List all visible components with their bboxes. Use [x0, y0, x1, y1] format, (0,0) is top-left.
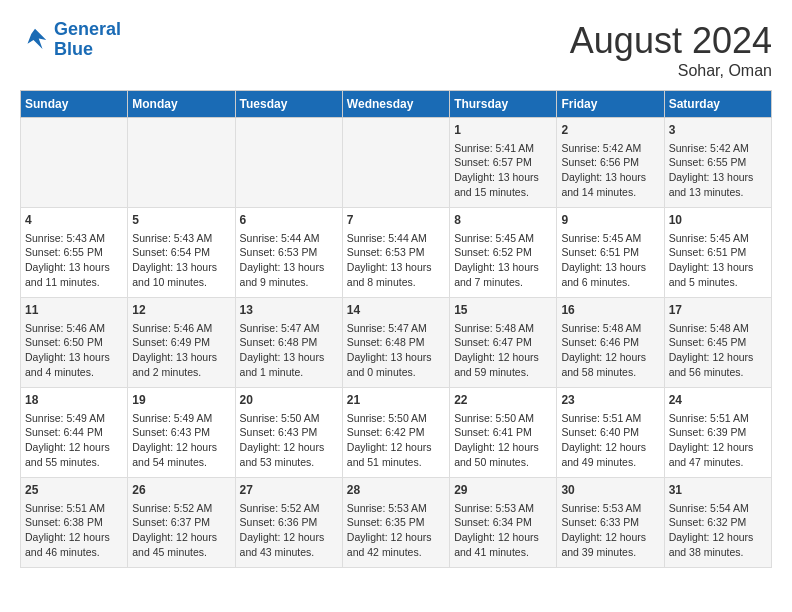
day-info: and 53 minutes.: [240, 455, 338, 470]
calendar-cell: 1Sunrise: 5:41 AMSunset: 6:57 PMDaylight…: [450, 118, 557, 208]
day-info: Sunset: 6:35 PM: [347, 515, 445, 530]
day-info: Sunset: 6:47 PM: [454, 335, 552, 350]
day-info: and 14 minutes.: [561, 185, 659, 200]
day-number: 8: [454, 212, 552, 229]
calendar-cell: 17Sunrise: 5:48 AMSunset: 6:45 PMDayligh…: [664, 298, 771, 388]
day-info: Sunset: 6:51 PM: [669, 245, 767, 260]
day-info: Daylight: 12 hours: [669, 440, 767, 455]
day-info: and 8 minutes.: [347, 275, 445, 290]
day-info: and 56 minutes.: [669, 365, 767, 380]
day-info: Daylight: 13 hours: [669, 260, 767, 275]
calendar-cell: 9Sunrise: 5:45 AMSunset: 6:51 PMDaylight…: [557, 208, 664, 298]
day-info: Sunrise: 5:50 AM: [240, 411, 338, 426]
day-info: Sunrise: 5:46 AM: [132, 321, 230, 336]
column-header-thursday: Thursday: [450, 91, 557, 118]
day-info: and 47 minutes.: [669, 455, 767, 470]
svg-marker-0: [28, 29, 47, 49]
column-header-friday: Friday: [557, 91, 664, 118]
day-info: Sunrise: 5:41 AM: [454, 141, 552, 156]
day-info: Daylight: 12 hours: [240, 530, 338, 545]
day-number: 4: [25, 212, 123, 229]
calendar-week-1: 1Sunrise: 5:41 AMSunset: 6:57 PMDaylight…: [21, 118, 772, 208]
day-number: 16: [561, 302, 659, 319]
day-info: Daylight: 12 hours: [454, 530, 552, 545]
day-info: Sunrise: 5:53 AM: [454, 501, 552, 516]
day-number: 24: [669, 392, 767, 409]
calendar-cell: [342, 118, 449, 208]
day-info: and 54 minutes.: [132, 455, 230, 470]
day-info: and 38 minutes.: [669, 545, 767, 560]
day-number: 13: [240, 302, 338, 319]
column-header-wednesday: Wednesday: [342, 91, 449, 118]
day-info: and 5 minutes.: [669, 275, 767, 290]
calendar-cell: 7Sunrise: 5:44 AMSunset: 6:53 PMDaylight…: [342, 208, 449, 298]
day-info: Sunset: 6:45 PM: [669, 335, 767, 350]
page-header: General Blue August 2024 Sohar, Oman: [20, 20, 772, 80]
day-info: Sunrise: 5:42 AM: [669, 141, 767, 156]
calendar-cell: 25Sunrise: 5:51 AMSunset: 6:38 PMDayligh…: [21, 478, 128, 568]
calendar-cell: 12Sunrise: 5:46 AMSunset: 6:49 PMDayligh…: [128, 298, 235, 388]
day-info: Daylight: 13 hours: [454, 170, 552, 185]
day-info: Daylight: 12 hours: [454, 440, 552, 455]
calendar-cell: 4Sunrise: 5:43 AMSunset: 6:55 PMDaylight…: [21, 208, 128, 298]
column-header-sunday: Sunday: [21, 91, 128, 118]
day-info: Daylight: 13 hours: [454, 260, 552, 275]
day-info: and 1 minute.: [240, 365, 338, 380]
logo: General Blue: [20, 20, 121, 60]
day-number: 6: [240, 212, 338, 229]
day-info: and 6 minutes.: [561, 275, 659, 290]
day-info: and 49 minutes.: [561, 455, 659, 470]
day-info: Sunset: 6:43 PM: [240, 425, 338, 440]
day-info: Sunset: 6:40 PM: [561, 425, 659, 440]
day-info: Sunrise: 5:46 AM: [25, 321, 123, 336]
day-info: Sunset: 6:49 PM: [132, 335, 230, 350]
day-info: Sunrise: 5:53 AM: [561, 501, 659, 516]
day-info: Sunset: 6:43 PM: [132, 425, 230, 440]
header-row: SundayMondayTuesdayWednesdayThursdayFrid…: [21, 91, 772, 118]
day-info: Sunrise: 5:50 AM: [454, 411, 552, 426]
day-number: 28: [347, 482, 445, 499]
day-number: 22: [454, 392, 552, 409]
calendar-cell: 13Sunrise: 5:47 AMSunset: 6:48 PMDayligh…: [235, 298, 342, 388]
day-info: Sunrise: 5:48 AM: [561, 321, 659, 336]
day-info: Daylight: 13 hours: [240, 350, 338, 365]
day-number: 11: [25, 302, 123, 319]
calendar-cell: 14Sunrise: 5:47 AMSunset: 6:48 PMDayligh…: [342, 298, 449, 388]
day-info: Sunrise: 5:45 AM: [669, 231, 767, 246]
day-info: Daylight: 13 hours: [25, 350, 123, 365]
day-info: Sunset: 6:41 PM: [454, 425, 552, 440]
calendar-cell: [128, 118, 235, 208]
day-info: Daylight: 13 hours: [132, 350, 230, 365]
day-info: Sunrise: 5:45 AM: [561, 231, 659, 246]
calendar-cell: 31Sunrise: 5:54 AMSunset: 6:32 PMDayligh…: [664, 478, 771, 568]
day-info: Sunrise: 5:45 AM: [454, 231, 552, 246]
day-info: Daylight: 12 hours: [25, 440, 123, 455]
logo-bird-icon: [20, 25, 50, 55]
calendar-cell: 11Sunrise: 5:46 AMSunset: 6:50 PMDayligh…: [21, 298, 128, 388]
day-info: and 11 minutes.: [25, 275, 123, 290]
day-info: and 41 minutes.: [454, 545, 552, 560]
day-info: and 2 minutes.: [132, 365, 230, 380]
calendar-cell: 16Sunrise: 5:48 AMSunset: 6:46 PMDayligh…: [557, 298, 664, 388]
day-info: Sunset: 6:56 PM: [561, 155, 659, 170]
day-number: 5: [132, 212, 230, 229]
day-info: Daylight: 13 hours: [347, 350, 445, 365]
day-info: Sunset: 6:48 PM: [347, 335, 445, 350]
day-info: Sunset: 6:36 PM: [240, 515, 338, 530]
day-info: and 51 minutes.: [347, 455, 445, 470]
day-info: Sunset: 6:54 PM: [132, 245, 230, 260]
day-info: and 59 minutes.: [454, 365, 552, 380]
day-info: Daylight: 12 hours: [669, 530, 767, 545]
day-info: Daylight: 13 hours: [669, 170, 767, 185]
day-info: Daylight: 12 hours: [669, 350, 767, 365]
day-info: Daylight: 12 hours: [561, 350, 659, 365]
day-info: Sunrise: 5:53 AM: [347, 501, 445, 516]
day-info: Sunrise: 5:48 AM: [669, 321, 767, 336]
day-info: and 4 minutes.: [25, 365, 123, 380]
calendar-cell: 30Sunrise: 5:53 AMSunset: 6:33 PMDayligh…: [557, 478, 664, 568]
day-number: 1: [454, 122, 552, 139]
calendar-cell: 6Sunrise: 5:44 AMSunset: 6:53 PMDaylight…: [235, 208, 342, 298]
calendar-cell: 24Sunrise: 5:51 AMSunset: 6:39 PMDayligh…: [664, 388, 771, 478]
calendar-cell: 22Sunrise: 5:50 AMSunset: 6:41 PMDayligh…: [450, 388, 557, 478]
column-header-tuesday: Tuesday: [235, 91, 342, 118]
